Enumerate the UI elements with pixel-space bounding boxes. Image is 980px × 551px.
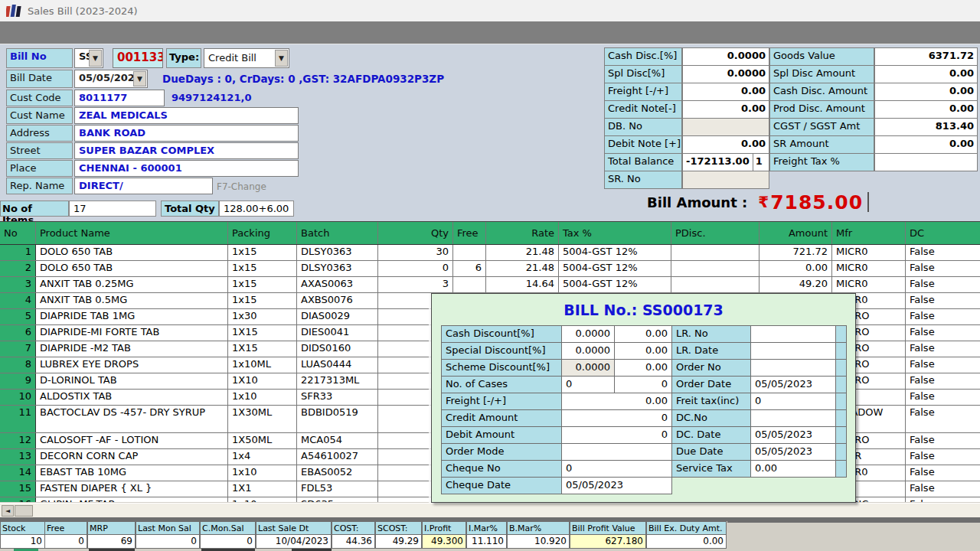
cell-product[interactable]: LUBREX EYE DROPS <box>36 357 228 373</box>
cell-packing[interactable]: 1x10ML <box>228 357 297 373</box>
summary-left-value[interactable] <box>682 171 769 189</box>
summary-extra-box[interactable]: 1 <box>753 154 769 171</box>
cell-packing[interactable]: 1x15 <box>228 277 297 292</box>
dialog-right-value[interactable] <box>750 359 836 377</box>
place-field[interactable]: CHENNAI - 600001 <box>74 160 299 177</box>
summary-left-value[interactable]: 0.00 <box>682 100 769 119</box>
cell-packing[interactable]: 1X15 <box>228 341 297 357</box>
summary-left-value[interactable]: -172113.00 1 <box>682 153 769 171</box>
col-header-pdisc[interactable]: PDisc. <box>671 222 760 244</box>
address-field[interactable]: BANK ROAD <box>74 125 299 142</box>
dialog-value-a[interactable]: 0 <box>561 460 672 478</box>
cell-batch[interactable]: DIAS0029 <box>297 309 378 324</box>
cell-product[interactable]: EBAST TAB 10MG <box>36 465 228 481</box>
cell-dc[interactable]: False <box>906 341 980 357</box>
summary-right-value[interactable]: 813.40 <box>874 118 978 136</box>
cell-dc[interactable]: False <box>906 261 980 276</box>
cell-mfr[interactable]: MICR0 <box>832 277 906 292</box>
cell-dc[interactable]: False <box>906 309 980 324</box>
cell-mfr[interactable]: MICR0 <box>832 245 906 260</box>
type-combo-arrow-icon[interactable]: ▼ <box>275 50 288 67</box>
summary-right-value[interactable]: 0.00 <box>874 100 978 119</box>
dialog-value-b[interactable]: 0.00 <box>614 359 672 377</box>
cell-dc[interactable]: False <box>906 465 980 481</box>
dialog-value-a[interactable]: 0 <box>561 426 672 444</box>
summary-left-value[interactable]: 0.00 <box>682 135 769 154</box>
dialog-right-value[interactable] <box>750 325 836 343</box>
cell-product[interactable]: DIAPRIDE TAB 1MG <box>36 309 228 324</box>
scrollbar-thumb[interactable] <box>15 505 33 517</box>
series-combo[interactable]: SS ▼ <box>74 48 103 68</box>
scroll-left-arrow-icon[interactable]: ◄ <box>2 505 14 517</box>
cell-packing[interactable]: 1x30 <box>228 309 297 324</box>
grid-row[interactable]: 2 DOLO 650 TAB 1x15 DLSY0363 0 6 21.48 5… <box>0 261 980 277</box>
col-header-packing[interactable]: Packing <box>228 222 297 244</box>
col-header-dc[interactable]: DC <box>906 222 980 244</box>
cell-batch[interactable]: DLSY0363 <box>297 261 378 276</box>
cell-product[interactable]: DOLO 650 TAB <box>36 245 228 260</box>
cell-product[interactable]: DECORN CORN CAP <box>36 449 228 465</box>
street-field[interactable]: SUPER BAZAR COMPLEX <box>74 142 299 159</box>
col-header-product[interactable]: Product Name <box>36 222 228 244</box>
cell-free[interactable]: 6 <box>453 261 486 276</box>
cell-packing[interactable]: 1x4 <box>228 449 297 465</box>
cell-tax[interactable]: 5004-GST 12% <box>559 277 671 292</box>
cell-dc[interactable]: False <box>906 497 980 502</box>
dialog-value-a[interactable]: 05/05/2023 <box>561 477 672 494</box>
dialog-right-value[interactable]: 0 <box>750 393 836 410</box>
cell-dc[interactable]: False <box>906 293 980 308</box>
dialog-value-a[interactable]: 0 <box>561 376 615 393</box>
col-header-qty[interactable]: Qty <box>378 222 453 244</box>
cell-batch[interactable]: A54610027 <box>297 449 378 465</box>
cell-amount[interactable]: 0.00 <box>760 261 832 276</box>
rep-name-field[interactable]: DIRECT/ <box>74 178 213 194</box>
cell-dc[interactable]: False <box>906 373 980 389</box>
summary-right-value[interactable]: 0.00 <box>874 65 978 83</box>
cell-packing[interactable]: 1x10 <box>228 390 297 405</box>
cell-packing[interactable]: 1x10 <box>228 497 297 502</box>
cell-product[interactable]: DOLO 650 TAB <box>36 261 228 276</box>
cell-product[interactable]: ANXIT TAB 0.25MG <box>36 277 228 292</box>
cell-batch[interactable]: FDL53 <box>297 481 378 497</box>
cell-packing[interactable]: 1X30ML <box>228 406 297 432</box>
dialog-value-a[interactable]: 0.0000 <box>561 359 615 377</box>
cell-dc[interactable]: False <box>906 406 980 432</box>
col-header-tax[interactable]: Tax % <box>559 222 671 244</box>
dialog-right-value[interactable] <box>750 409 836 427</box>
summary-right-value[interactable]: 0.00 <box>874 83 978 101</box>
cell-batch[interactable]: DIES0041 <box>297 325 378 341</box>
cell-packing[interactable]: 1x15 <box>228 245 297 260</box>
summary-left-value[interactable] <box>682 118 769 136</box>
cell-dc[interactable]: False <box>906 325 980 341</box>
cell-dc[interactable]: False <box>906 390 980 405</box>
bill-date-combo[interactable]: 05/05/2023 ▼ <box>74 70 148 88</box>
cell-packing[interactable]: 1X10 <box>228 373 297 389</box>
cell-batch[interactable]: 2217313ML <box>297 373 378 389</box>
cell-packing[interactable]: 1x10 <box>228 465 297 481</box>
cell-packing[interactable]: 1X1 <box>228 481 297 497</box>
cell-rate[interactable]: 14.64 <box>486 277 559 292</box>
cell-amount[interactable]: 49.20 <box>760 277 832 292</box>
cell-qty[interactable]: 0 <box>378 261 453 276</box>
cell-dc[interactable]: False <box>906 245 980 260</box>
series-combo-arrow-icon[interactable]: ▼ <box>89 50 102 67</box>
horizontal-scrollbar[interactable]: ◄ <box>0 503 980 517</box>
cell-product[interactable]: ALDOSTIX TAB <box>36 390 228 405</box>
dialog-right-value[interactable]: 05/05/2023 <box>750 426 836 444</box>
cell-rate[interactable]: 21.48 <box>486 261 559 276</box>
cell-batch[interactable]: BDBID0519 <box>297 406 378 432</box>
cell-product[interactable]: ANXIT TAB 0.5MG <box>36 293 228 308</box>
summary-left-value[interactable]: 0.0000 <box>682 65 769 83</box>
cell-free[interactable] <box>453 277 486 292</box>
col-header-rate[interactable]: Rate <box>486 222 559 244</box>
cell-pdisc[interactable] <box>671 277 760 292</box>
cell-dc[interactable]: False <box>906 481 980 497</box>
dialog-right-value[interactable]: 0.00 <box>750 460 836 478</box>
cell-product[interactable]: FASTEN DIAPER { XL } <box>36 481 228 497</box>
cell-dc[interactable]: False <box>906 433 980 448</box>
cell-batch[interactable]: MCA054 <box>297 433 378 448</box>
cell-free[interactable] <box>453 245 486 260</box>
cell-dc[interactable]: False <box>906 277 980 292</box>
cell-amount[interactable]: 721.72 <box>760 245 832 260</box>
total-qty-value[interactable]: 128.00+6.00 <box>219 201 294 217</box>
